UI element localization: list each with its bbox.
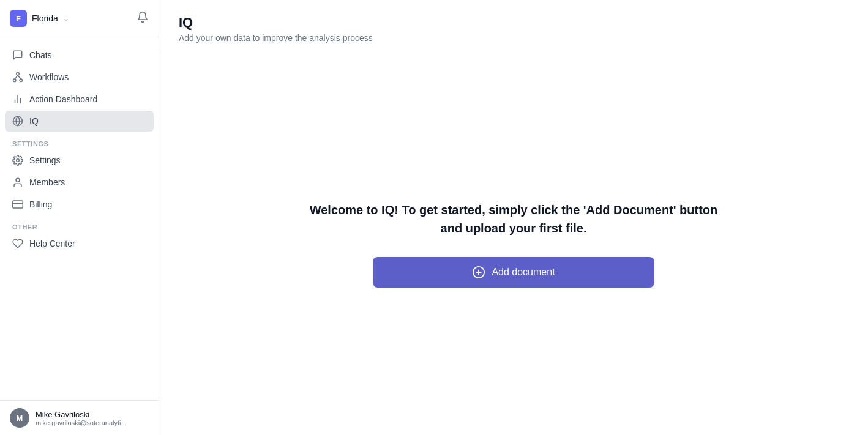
main-body: Welcome to IQ! To get started, simply cl…	[159, 53, 868, 435]
svg-point-10	[17, 159, 20, 162]
svg-point-11	[16, 178, 20, 182]
sidebar-item-iq[interactable]: IQ	[5, 111, 154, 132]
page-header: IQ Add your own data to improve the anal…	[159, 0, 868, 53]
person-icon	[12, 177, 23, 188]
sidebar-item-label: Members	[29, 177, 65, 187]
sidebar-item-chats[interactable]: Chats	[5, 45, 154, 65]
sidebar-item-label: Settings	[29, 155, 61, 165]
user-profile[interactable]: M Mike Gavriloski mike.gavriloski@sotera…	[0, 400, 159, 435]
user-name: Mike Gavriloski	[36, 410, 127, 419]
sidebar-item-action-dashboard[interactable]: Action Dashboard	[5, 89, 154, 110]
chat-icon	[12, 50, 23, 61]
sidebar-item-members[interactable]: Members	[5, 172, 154, 193]
bar-chart-icon	[12, 94, 23, 105]
plus-circle-icon	[472, 266, 485, 279]
sidebar-item-billing[interactable]: Billing	[5, 194, 154, 215]
workspace-name: Florida	[32, 13, 58, 23]
workflows-icon	[12, 72, 23, 83]
user-email: mike.gavriloski@soteranalyti...	[36, 419, 127, 426]
sidebar: F Florida ⌄ Chats	[0, 0, 159, 435]
heart-icon	[12, 238, 23, 249]
svg-line-3	[15, 75, 18, 79]
notification-bell-icon[interactable]	[137, 11, 149, 26]
globe-icon	[12, 116, 23, 127]
other-section-label: OTHER	[5, 216, 154, 233]
sidebar-item-settings[interactable]: Settings	[5, 150, 154, 171]
page-subtitle: Add your own data to improve the analysi…	[179, 33, 848, 43]
chevron-down-icon: ⌄	[63, 14, 69, 23]
settings-section-label: SETTINGS	[5, 133, 154, 150]
sidebar-item-label: Help Center	[29, 239, 75, 248]
add-document-button[interactable]: Add document	[373, 257, 654, 288]
sidebar-item-label: Billing	[29, 199, 52, 209]
svg-line-4	[18, 75, 21, 79]
sidebar-item-label: Action Dashboard	[29, 94, 97, 104]
user-info: Mike Gavriloski mike.gavriloski@soterana…	[36, 410, 127, 426]
workspace-switcher[interactable]: F Florida ⌄	[10, 10, 69, 27]
sidebar-item-workflows[interactable]: Workflows	[5, 67, 154, 87]
sidebar-item-label: Workflows	[29, 72, 69, 82]
gear-icon	[12, 155, 23, 166]
svg-rect-12	[13, 201, 23, 208]
main-content: IQ Add your own data to improve the anal…	[159, 0, 868, 435]
add-document-label: Add document	[492, 267, 555, 278]
avatar: M	[10, 408, 29, 428]
sidebar-header: F Florida ⌄	[0, 0, 159, 37]
workspace-avatar: F	[10, 10, 27, 27]
page-title: IQ	[179, 15, 848, 31]
sidebar-item-label: IQ	[29, 116, 39, 126]
welcome-message: Welcome to IQ! To get started, simply cl…	[305, 201, 722, 237]
sidebar-item-label: Chats	[29, 50, 52, 60]
credit-card-icon	[12, 199, 23, 210]
sidebar-item-help-center[interactable]: Help Center	[5, 233, 154, 254]
sidebar-nav: Chats Workflows Action Dashboard	[0, 37, 159, 400]
